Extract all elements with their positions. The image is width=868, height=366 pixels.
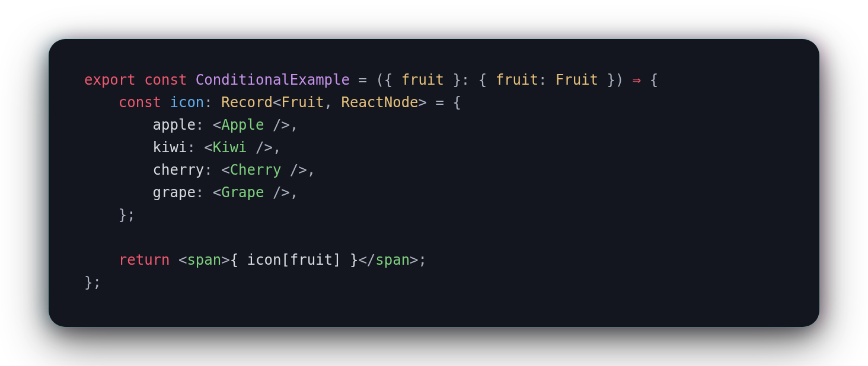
prop-key: fruit bbox=[496, 72, 538, 88]
jsx-expr: { icon[fruit] } bbox=[230, 252, 359, 268]
prop-id: fruit bbox=[401, 72, 444, 88]
code-block[interactable]: export const ConditionalExample = ({ fru… bbox=[84, 69, 784, 294]
jsx-apple: Apple bbox=[221, 117, 264, 133]
jsx-kiwi: Kiwi bbox=[213, 139, 247, 156]
key-kiwi: kiwi bbox=[153, 139, 187, 156]
jsx-span-close: span bbox=[375, 252, 410, 268]
code-line-1: export const ConditionalExample = ({ fru… bbox=[84, 72, 658, 88]
var-icon: icon bbox=[170, 94, 205, 111]
arrow-icon: ⇒ bbox=[633, 72, 641, 88]
key-cherry: cherry bbox=[153, 162, 205, 178]
eq: = bbox=[350, 72, 375, 88]
type-fruit: Fruit bbox=[281, 94, 324, 111]
fn-name: ConditionalExample bbox=[196, 72, 350, 88]
type-reactnode: ReactNode bbox=[342, 94, 419, 111]
jsx-cherry: Cherry bbox=[230, 162, 282, 178]
key-grape: grape bbox=[153, 184, 196, 201]
code-line-7: }; bbox=[84, 207, 136, 223]
jsx-grape: Grape bbox=[221, 184, 264, 201]
kw-return: return bbox=[119, 252, 170, 268]
code-line-10: }; bbox=[84, 274, 101, 291]
key-apple: apple bbox=[153, 117, 196, 133]
lbrace: { bbox=[384, 72, 392, 88]
jsx-span-open: span bbox=[187, 252, 221, 268]
code-line-2: const icon: Record<Fruit, ReactNode> = { bbox=[84, 94, 461, 111]
code-line-9: return <span>{ icon[fruit] }</span>; bbox=[84, 252, 427, 268]
stage: export const ConditionalExample = ({ fru… bbox=[0, 0, 868, 366]
lparen: ( bbox=[375, 72, 384, 88]
type-record: Record bbox=[221, 94, 273, 111]
prop-type: Fruit bbox=[556, 72, 598, 88]
code-line-6: grape: <Grape />, bbox=[84, 184, 298, 201]
code-card: export const ConditionalExample = ({ fru… bbox=[49, 39, 819, 327]
kw-export: export bbox=[84, 72, 136, 88]
kw-const: const bbox=[144, 72, 187, 88]
code-line-3: apple: <Apple />, bbox=[84, 117, 298, 133]
code-line-5: cherry: <Cherry />, bbox=[84, 162, 315, 178]
code-line-4: kiwi: <Kiwi />, bbox=[84, 139, 281, 156]
kw-const-2: const bbox=[119, 94, 161, 111]
